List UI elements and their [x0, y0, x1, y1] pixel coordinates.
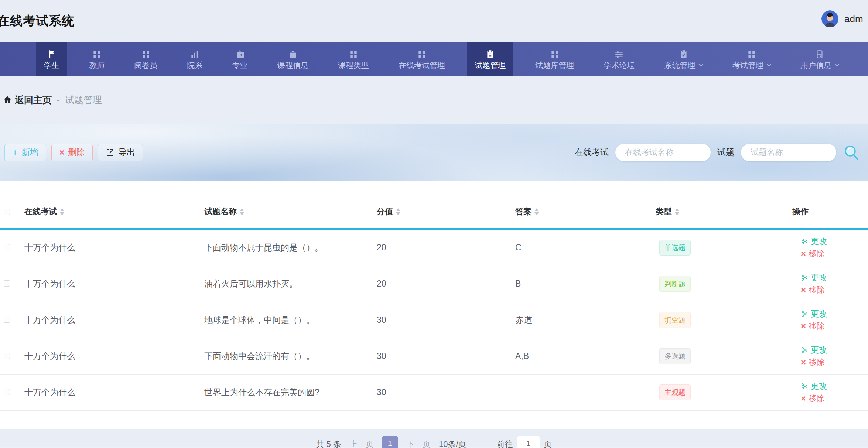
- cell-exam: 十万个为什么: [17, 350, 197, 362]
- remove-link[interactable]: ×移除: [801, 249, 868, 258]
- row-checkbox[interactable]: [4, 280, 10, 287]
- nav-label: 课程类型: [338, 61, 369, 69]
- clipboard-check-icon: [679, 49, 688, 59]
- nav-item-online-exam-mgmt[interactable]: 在线考试管理: [391, 42, 453, 76]
- cell-exam: 十万个为什么: [17, 314, 197, 326]
- clipboard-icon: [485, 49, 495, 59]
- prev-page-button[interactable]: 上一页: [349, 439, 374, 448]
- nav-label: 学生: [44, 61, 59, 69]
- cell-exam: 十万个为什么: [17, 278, 197, 290]
- cell-answer: 赤道: [508, 314, 648, 326]
- add-button-label: 新增: [21, 147, 38, 158]
- type-badge: 主观题: [659, 384, 691, 400]
- nav-item-forum[interactable]: 学术论坛: [596, 42, 642, 76]
- nav-item-question-bank[interactable]: 试题库管理: [527, 42, 582, 76]
- cell-question: 油着火后可以用水扑灭。: [197, 278, 369, 290]
- table-row: 十万个为什么 油着火后可以用水扑灭。 20 B 判断题 更改 ×移除: [0, 266, 868, 302]
- nav-item-course-types[interactable]: 课程类型: [330, 42, 377, 76]
- cell-question: 世界上为什么不存在完美的圆?: [197, 387, 369, 398]
- row-checkbox[interactable]: [4, 353, 10, 359]
- nav-item-question-mgmt[interactable]: 试题管理: [467, 42, 513, 76]
- remove-link[interactable]: ×移除: [801, 358, 868, 367]
- delete-button-label: 删除: [68, 147, 85, 158]
- cell-answer: B: [508, 279, 648, 289]
- select-all-checkbox[interactable]: [4, 209, 10, 215]
- add-button[interactable]: + 新增: [4, 144, 46, 161]
- pagination: 共 5 条 上一页 1 下一页 10条/页 前往 页: [316, 439, 552, 447]
- nav-item-teachers[interactable]: 教师: [81, 42, 112, 76]
- wallet-icon: [235, 49, 245, 59]
- remove-link[interactable]: ×移除: [801, 394, 868, 403]
- sort-carets[interactable]: [675, 208, 679, 215]
- row-checkbox[interactable]: [4, 317, 10, 323]
- export-button-label: 导出: [118, 147, 135, 158]
- plus-icon: +: [12, 148, 18, 157]
- nav-item-course-info[interactable]: 课程信息: [270, 42, 316, 76]
- edit-link[interactable]: 更改: [801, 346, 868, 354]
- remove-link[interactable]: ×移除: [801, 322, 868, 331]
- bar-chart-icon: [190, 49, 199, 59]
- nav-item-system-mgmt[interactable]: 系统管理: [657, 42, 711, 76]
- goto-page-input[interactable]: [517, 436, 540, 448]
- cell-score: 20: [369, 279, 508, 289]
- nav-item-departments[interactable]: 院系: [179, 42, 210, 76]
- row-checkbox[interactable]: [4, 244, 10, 250]
- nav-item-students[interactable]: 学生: [36, 42, 67, 76]
- nav-item-exam-mgmt[interactable]: 考试管理: [725, 42, 779, 76]
- nav-item-graders[interactable]: 阅卷员: [126, 42, 165, 76]
- cell-score: 30: [369, 315, 508, 325]
- next-page-button[interactable]: 下一页: [406, 439, 431, 448]
- user-box[interactable]: adm: [821, 10, 868, 27]
- edit-link[interactable]: 更改: [801, 274, 868, 282]
- breadcrumb-home-link[interactable]: 返回主页: [3, 94, 52, 106]
- briefcase-icon: [288, 49, 298, 59]
- page-number-active[interactable]: 1: [382, 436, 398, 448]
- cell-score: 30: [369, 387, 508, 397]
- user-avatar[interactable]: [821, 10, 838, 27]
- sort-carets[interactable]: [396, 208, 400, 215]
- sort-carets[interactable]: [534, 208, 539, 215]
- x-icon: ×: [801, 394, 806, 403]
- nav-label: 阅卷员: [134, 61, 157, 69]
- page-size-select[interactable]: 10条/页: [439, 439, 467, 448]
- col-header-type: 类型: [656, 206, 672, 217]
- sort-carets[interactable]: [60, 208, 64, 215]
- edit-link[interactable]: 更改: [801, 382, 868, 390]
- edit-link[interactable]: 更改: [801, 310, 868, 318]
- edit-link[interactable]: 更改: [801, 237, 868, 246]
- nav-item-user-info[interactable]: 用户信息: [793, 42, 847, 76]
- col-header-exam: 在线考试: [24, 206, 57, 217]
- export-button[interactable]: 导出: [98, 144, 143, 161]
- nav-label: 试题管理: [475, 61, 506, 69]
- table-row: 十万个为什么 下面动物中会流汗的有（）。 30 A,B 多选题 更改 ×移除: [0, 338, 868, 375]
- sort-carets[interactable]: [240, 208, 244, 215]
- username: adm: [844, 13, 868, 25]
- nav-label: 考试管理: [732, 61, 763, 69]
- scissors-icon: [801, 346, 808, 354]
- nav-label: 在线考试管理: [399, 61, 445, 69]
- chevron-down-icon: [834, 61, 840, 66]
- cell-score: 20: [369, 243, 508, 253]
- grid-icon: [550, 49, 560, 59]
- cell-question: 下面动物不属于昆虫的是（）。: [197, 242, 369, 253]
- table-row: 十万个为什么 下面动物不属于昆虫的是（）。 20 C 单选题 更改 ×移除: [0, 230, 868, 266]
- delete-button[interactable]: × 删除: [51, 144, 93, 161]
- row-checkbox[interactable]: [4, 389, 10, 395]
- type-badge: 单选题: [659, 240, 691, 256]
- goto-prefix: 前往: [497, 439, 513, 448]
- question-filter-label: 试题: [717, 147, 734, 158]
- remove-link[interactable]: ×移除: [801, 285, 868, 294]
- nav-item-majors[interactable]: 专业: [225, 42, 256, 76]
- nav-label: 院系: [187, 61, 202, 69]
- question-filter-input[interactable]: [741, 144, 836, 161]
- nav-label: 试题库管理: [535, 61, 574, 69]
- chevron-down-icon: [698, 61, 703, 66]
- breadcrumb-current: 试题管理: [65, 94, 102, 106]
- exam-filter-input[interactable]: [615, 144, 711, 161]
- chevron-down-icon: [766, 61, 772, 66]
- grid-icon: [747, 49, 756, 59]
- search-icon[interactable]: [843, 144, 860, 161]
- grid-icon: [417, 49, 427, 59]
- x-icon: ×: [801, 358, 806, 367]
- grid-icon: [141, 49, 151, 59]
